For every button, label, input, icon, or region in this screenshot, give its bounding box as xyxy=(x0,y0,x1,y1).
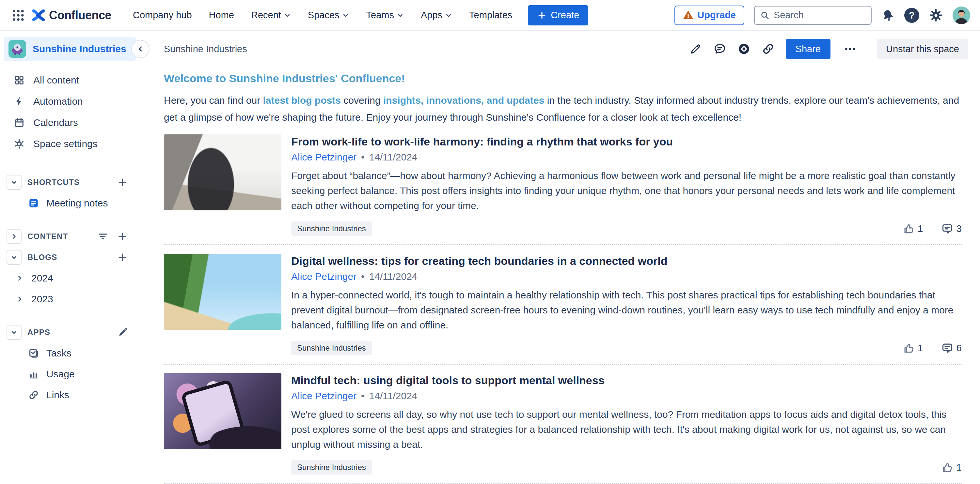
chevron-right-icon xyxy=(16,274,24,282)
sidebar-item-calendars[interactable]: Calendars xyxy=(0,112,140,133)
gear-outline-icon xyxy=(14,138,25,149)
nav-templates[interactable]: Templates xyxy=(469,10,512,21)
shortcuts-collapse-button[interactable] xyxy=(6,175,22,190)
space-tag[interactable]: Sunshine Industries xyxy=(291,221,372,236)
sidebar-item-space-settings[interactable]: Space settings xyxy=(0,133,140,154)
confluence-app: Confluence Company hub Home Recent Space… xyxy=(0,0,980,484)
add-content-button[interactable] xyxy=(117,231,128,242)
space-name: Sunshine Industries xyxy=(33,43,126,54)
like-count[interactable]: 1 xyxy=(903,222,923,235)
notifications-button[interactable] xyxy=(881,9,894,22)
question-mark-icon: ? xyxy=(904,8,919,23)
help-button[interactable]: ? xyxy=(904,8,919,23)
comment-count[interactable]: 6 xyxy=(941,342,962,354)
latest-blog-posts-link[interactable]: latest blog posts xyxy=(263,95,341,106)
like-count[interactable]: 1 xyxy=(941,461,962,474)
upgrade-button[interactable]: Upgrade xyxy=(675,6,744,25)
page-actions: Share Unstar this space xyxy=(689,39,968,59)
post-byline: Alice Petzinger • 14/11/2024 xyxy=(291,271,962,282)
author-link[interactable]: Alice Petzinger xyxy=(291,390,356,401)
share-button[interactable]: Share xyxy=(786,39,830,59)
sidebar-item-2023[interactable]: 2023 xyxy=(0,289,140,309)
primary-nav: Company hub Home Recent Spaces Teams xyxy=(133,10,512,21)
nav-spaces[interactable]: Spaces xyxy=(308,10,349,21)
all-content-grid-icon xyxy=(14,75,25,86)
post-thumbnail[interactable] xyxy=(164,254,282,330)
sidebar-item-usage[interactable]: Usage xyxy=(0,363,140,384)
copy-link-button[interactable] xyxy=(762,43,775,56)
nav-teams[interactable]: Teams xyxy=(366,10,404,21)
search-box[interactable] xyxy=(754,6,872,25)
post-excerpt: In a hyper-connected world, it's tough t… xyxy=(291,288,962,333)
section-blogs: BLOGS xyxy=(0,247,140,268)
intro-paragraph: Here, you can find our latest blog posts… xyxy=(164,92,962,126)
more-actions-button[interactable] xyxy=(843,43,857,56)
logo-wordmark: Confluence xyxy=(49,8,111,22)
nav-recent[interactable]: Recent xyxy=(251,10,291,21)
nav-home[interactable]: Home xyxy=(209,10,234,21)
topbar-right-group: Upgrade ? xyxy=(675,6,970,25)
sidebar-item-meeting-notes[interactable]: Meeting notes xyxy=(0,193,140,214)
nav-apps[interactable]: Apps xyxy=(421,10,452,21)
sidebar-item-links[interactable]: Links xyxy=(0,384,140,405)
welcome-heading[interactable]: Welcome to Sunshine Industries' Confluen… xyxy=(164,72,962,85)
space-sidebar: Sunshine Industries All content Automati… xyxy=(0,31,140,484)
content-expand-button[interactable] xyxy=(6,229,22,244)
watch-button[interactable] xyxy=(737,43,751,56)
edit-apps-button[interactable] xyxy=(118,327,128,338)
sidebar-item-2024[interactable]: 2024 xyxy=(0,268,140,289)
blog-post-row: Digital wellness: tips for creating tech… xyxy=(164,245,962,365)
bar-chart-icon xyxy=(28,368,39,379)
blog-post-row: From work-life to work-life harmony: fin… xyxy=(164,126,962,245)
blogs-collapse-button[interactable] xyxy=(6,250,22,265)
comment-button[interactable] xyxy=(713,43,726,56)
add-shortcut-button[interactable] xyxy=(117,177,128,188)
confluence-logo[interactable]: Confluence xyxy=(31,8,111,22)
section-content: CONTENT xyxy=(0,226,140,247)
post-title[interactable]: Digital wellness: tips for creating tech… xyxy=(291,254,962,268)
search-input[interactable] xyxy=(774,10,866,21)
create-button[interactable]: Create xyxy=(528,5,588,25)
author-link[interactable]: Alice Petzinger xyxy=(291,152,356,163)
unstar-space-button[interactable]: Unstar this space xyxy=(877,39,968,59)
post-thumbnail[interactable] xyxy=(164,134,282,210)
comment-bubble-icon xyxy=(713,43,726,56)
sidebar-item-tasks[interactable]: Tasks xyxy=(0,343,140,363)
space-tag[interactable]: Sunshine Industries xyxy=(291,341,372,355)
sidebar-item-all-content[interactable]: All content xyxy=(0,70,140,90)
like-count[interactable]: 1 xyxy=(903,342,923,354)
breadcrumb[interactable]: Sunshine Industries xyxy=(164,44,247,54)
sidebar-space-header[interactable]: Sunshine Industries xyxy=(4,37,136,61)
lightning-icon xyxy=(14,96,25,107)
post-title[interactable]: Mindful tech: using digital tools to sup… xyxy=(291,373,962,387)
link-chain-icon xyxy=(762,43,775,56)
post-meta-row: Sunshine Industries 1 xyxy=(291,340,962,356)
sidebar-collapse-button[interactable] xyxy=(131,40,150,58)
post-byline: Alice Petzinger • 14/11/2024 xyxy=(291,151,962,163)
add-blog-button[interactable] xyxy=(117,252,128,263)
chevron-down-icon xyxy=(342,12,349,19)
apps-collapse-button[interactable] xyxy=(6,325,22,340)
post-date: 14/11/2024 xyxy=(369,271,418,282)
user-avatar[interactable] xyxy=(953,6,970,24)
blog-post-row: Mindful tech: using digital tools to sup… xyxy=(164,365,962,484)
sidebar-item-automation[interactable]: Automation xyxy=(0,90,140,112)
nav-company-hub[interactable]: Company hub xyxy=(133,10,192,21)
section-apps: APPS xyxy=(0,322,140,343)
filter-content-button[interactable] xyxy=(97,231,108,242)
post-title[interactable]: From work-life to work-life harmony: fin… xyxy=(291,134,962,149)
more-horizontal-icon xyxy=(843,43,857,56)
edit-button[interactable] xyxy=(689,43,702,56)
post-excerpt: We're glued to screens all day, so why n… xyxy=(291,407,962,452)
app-switcher-button[interactable] xyxy=(10,7,27,24)
post-thumbnail[interactable] xyxy=(164,373,282,449)
settings-button[interactable] xyxy=(929,8,943,22)
insights-link[interactable]: insights, innovations, and updates xyxy=(383,95,544,106)
author-link[interactable]: Alice Petzinger xyxy=(291,271,356,282)
main-content: Sunshine Industries xyxy=(141,31,980,484)
calendar-icon xyxy=(14,117,25,128)
post-date: 14/11/2024 xyxy=(369,390,418,401)
space-tag[interactable]: Sunshine Industries xyxy=(291,460,372,474)
pencil-icon xyxy=(689,43,702,56)
comment-count[interactable]: 3 xyxy=(941,222,962,235)
